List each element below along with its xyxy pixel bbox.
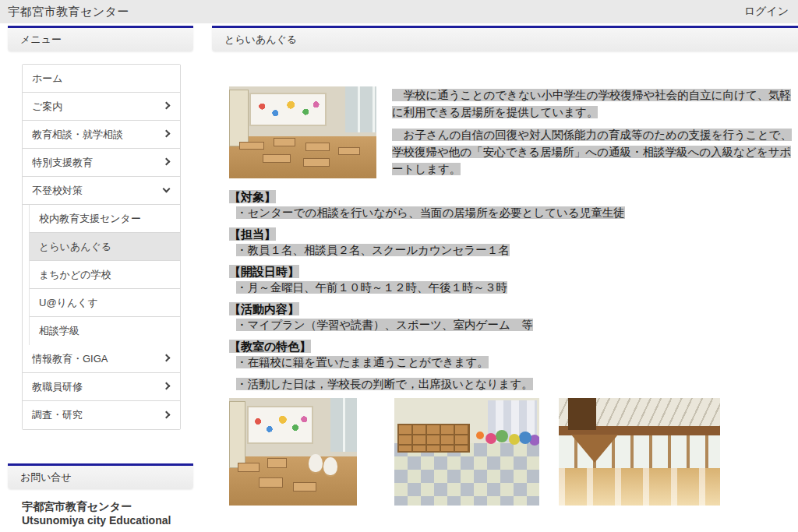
section-item: ・マイプラン（学習や読書）、スポーツ、室内ゲーム 等 bbox=[229, 317, 798, 333]
detail-sections: 【対象】 ・センターでの相談を行いながら、当面の居場所を必要としている児童生徒 … bbox=[229, 189, 798, 392]
sidebar-item-special-support[interactable]: 特別支援教育 bbox=[23, 149, 180, 177]
page-content: 学校に通うことのできない小中学生の学校復帰や社会的自立に向けて、気軽に利用できる… bbox=[212, 51, 798, 506]
chevron-right-icon bbox=[163, 354, 171, 362]
sidebar-item-label: ホーム bbox=[32, 72, 63, 86]
section-item: ・在籍校に籍を置いたまま通うことができます。 bbox=[229, 354, 798, 370]
sidebar-item-label: 教育相談・就学相談 bbox=[32, 128, 123, 142]
sidebar-subitem-machikado-school[interactable]: まちかどの学校 bbox=[30, 261, 180, 289]
chevron-right-icon bbox=[163, 158, 171, 166]
page: 宇都宮市教育センター ログイン メニュー ホーム ご案内 教育相談・就学相談 特… bbox=[0, 0, 798, 532]
menu-panel-header: メニュー bbox=[8, 26, 193, 51]
login-link[interactable]: ログイン bbox=[744, 5, 789, 19]
sidebar-item-label: ご案内 bbox=[32, 100, 62, 114]
sidebar-item-label: 情報教育・GIGA bbox=[32, 352, 108, 366]
sidebar-item-label: 不登校対策 bbox=[32, 184, 83, 198]
chevron-right-icon bbox=[163, 102, 171, 110]
section-tanto: 【担当】 ・教員１名、相談員２名、スクールカウンセラー１名 bbox=[229, 227, 798, 258]
section-heading: 【活動内容】 bbox=[229, 301, 798, 317]
section-taisho: 【対象】 ・センターでの相談を行いながら、当面の居場所を必要としている児童生徒 bbox=[229, 189, 798, 220]
section-item: ・センターでの相談を行いながら、当面の居場所を必要としている児童生徒 bbox=[229, 205, 798, 220]
sidebar-item-label: U@りんくす bbox=[39, 296, 98, 310]
intro-paragraph: 学校に通うことのできない小中学生の学校復帰や社会的自立に向けて、気軽に利用できる… bbox=[392, 86, 798, 121]
sidebar-item-label: とらいあんぐる bbox=[39, 240, 111, 254]
playroom-photo bbox=[394, 398, 539, 506]
contact-panel: お問い合せ bbox=[8, 463, 193, 489]
sidebar-item-research[interactable]: 調査・研究 bbox=[23, 401, 180, 429]
sidebar-subitem-u-links[interactable]: U@りんくす bbox=[30, 289, 180, 317]
chevron-right-icon bbox=[163, 130, 171, 138]
sidebar-subitem-soudan-class[interactable]: 相談学級 bbox=[30, 317, 180, 345]
section-item: ・月～金曜日、午前１０時～１２時、午後１時～３時 bbox=[229, 280, 798, 295]
site-title-link[interactable]: 宇都宮市教育センター bbox=[8, 5, 129, 19]
intro-paragraph: お子さんの自信の回復や対人関係能力の育成等のための支援を行うことで、学校復帰や他… bbox=[392, 126, 798, 178]
sidebar: メニュー ホーム ご案内 教育相談・就学相談 特別支援教育 不登校対策 bbox=[8, 26, 193, 430]
contact-info: 宇都宮市教育センター Utsunomiya city Educational bbox=[22, 499, 171, 527]
photo-gallery bbox=[229, 398, 798, 506]
sidebar-item-futoko-taisaku[interactable]: 不登校対策 bbox=[23, 177, 180, 205]
intro-section: 学校に通うことのできない小中学生の学校復帰や社会的自立に向けて、気軽に利用できる… bbox=[229, 86, 798, 178]
sidebar-item-label: 校内教育支援センター bbox=[39, 212, 141, 226]
sidebar-menu: ホーム ご案内 教育相談・就学相談 特別支援教育 不登校対策 校内教育支援センタ… bbox=[22, 64, 181, 430]
chevron-down-icon bbox=[163, 185, 171, 193]
sidebar-item-label: 調査・研究 bbox=[32, 408, 83, 422]
section-heading: 【教室の特色】 bbox=[229, 339, 798, 354]
intro-text: 学校に通うことのできない小中学生の学校復帰や社会的自立に向けて、気軽に利用できる… bbox=[392, 86, 798, 178]
chevron-right-icon bbox=[163, 410, 171, 418]
classroom-photo bbox=[229, 86, 376, 178]
section-item: ・活動した日は，学校長の判断で，出席扱いとなります。 bbox=[229, 376, 798, 392]
sidebar-submenu: 校内教育支援センター とらいあんぐる まちかどの学校 U@りんくす 相談学級 bbox=[29, 205, 180, 345]
sidebar-item-label: まちかどの学校 bbox=[39, 268, 111, 282]
section-heading: 【開設日時】 bbox=[229, 264, 798, 280]
classroom-photo-2 bbox=[229, 398, 357, 506]
sidebar-item-guide[interactable]: ご案内 bbox=[23, 93, 180, 121]
section-kaisetsu-nichiji: 【開設日時】 ・月～金曜日、午前１０時～１２時、午後１時～３時 bbox=[229, 264, 798, 295]
main-panel: とらいあんぐる 学校に通うことのできない小中学生の学校復帰や社会的自立に向けて、… bbox=[212, 26, 798, 506]
section-heading: 【担当】 bbox=[229, 227, 798, 242]
sidebar-item-label: 教職員研修 bbox=[32, 380, 83, 394]
sidebar-subitem-triangle-active[interactable]: とらいあんぐる bbox=[30, 233, 180, 261]
sidebar-subitem-school-support-center[interactable]: 校内教育支援センター bbox=[30, 205, 180, 233]
section-item: ・教員１名、相談員２名、スクールカウンセラー１名 bbox=[229, 242, 798, 258]
sidebar-item-label: 特別支援教育 bbox=[32, 156, 93, 170]
section-katsudo-naiyo: 【活動内容】 ・マイプラン（学習や読書）、スポーツ、室内ゲーム 等 bbox=[229, 301, 798, 333]
page-title: とらいあんぐる bbox=[212, 26, 798, 51]
sidebar-item-label: 相談学級 bbox=[39, 324, 79, 338]
contact-name-en: Utsunomiya city Educational bbox=[22, 513, 171, 527]
gym-photo bbox=[559, 398, 720, 506]
sidebar-item-counseling[interactable]: 教育相談・就学相談 bbox=[23, 121, 180, 149]
section-kyoshitsu-tokushoku: 【教室の特色】 ・在籍校に籍を置いたまま通うことができます。 ・活動した日は，学… bbox=[229, 339, 798, 392]
chevron-right-icon bbox=[163, 382, 171, 390]
contact-name-ja: 宇都宮市教育センター bbox=[22, 499, 171, 513]
site-header: 宇都宮市教育センター ログイン bbox=[0, 0, 798, 23]
sidebar-item-home[interactable]: ホーム bbox=[23, 65, 180, 93]
sidebar-item-it-education-giga[interactable]: 情報教育・GIGA bbox=[23, 345, 180, 373]
sidebar-item-staff-training[interactable]: 教職員研修 bbox=[23, 373, 180, 401]
contact-panel-header: お問い合せ bbox=[8, 463, 193, 489]
section-heading: 【対象】 bbox=[229, 189, 798, 205]
